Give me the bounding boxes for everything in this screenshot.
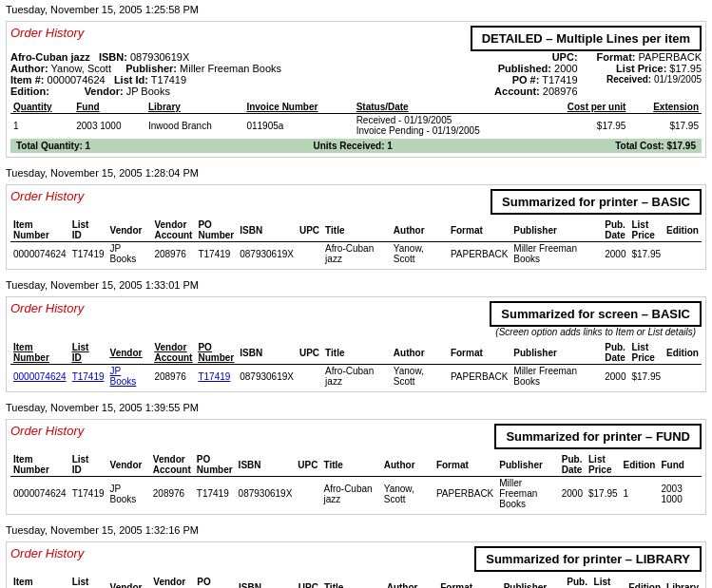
- col-upc: UPC: [297, 218, 322, 242]
- callout-4: Summarized for printer – FUND: [494, 424, 702, 449]
- col-pub-date: Pub.Date: [602, 341, 628, 365]
- col-fund: Fund: [73, 101, 145, 114]
- table-4: ItemNumber ListID Vendor VendorAccount P…: [10, 453, 702, 510]
- callout-2: Summarized for printer – BASIC: [491, 189, 702, 215]
- detail-table-1: Quantity Fund Library Invoice Number Sta…: [10, 101, 702, 137]
- section-2: Tuesday, November 15, 2005 1:28:04 PM Or…: [0, 163, 712, 270]
- order-history-title-2: Order History: [10, 189, 84, 203]
- callout-note-3: (Screen option adds links to Item or Lis…: [490, 327, 702, 337]
- col-vendor-acct: VendorAccount: [150, 453, 194, 477]
- col-status: Status/Date: [354, 101, 538, 114]
- col-invoice: Invoice Number: [243, 101, 353, 114]
- col-vendor-acct: VendorAccount: [151, 341, 195, 365]
- col-vendor: Vendor: [107, 453, 150, 477]
- col-list-id: ListID: [69, 576, 107, 588]
- table-row: 0000074624 T17419 JP Books 208976 T17419…: [10, 477, 702, 511]
- list-id-link[interactable]: T17419: [72, 371, 105, 382]
- col-upc: UPC: [295, 453, 320, 477]
- vendor-link[interactable]: JP Books: [110, 366, 137, 387]
- col-po: PONumber: [195, 218, 237, 242]
- section-1: Tuesday, November 15, 2005 1:25:58 PM Or…: [0, 0, 712, 158]
- col-isbn: ISBN: [237, 218, 297, 242]
- callout-5: Summarized for printer – LIBRARY: [474, 546, 702, 572]
- col-pub-date: Pub.Date: [559, 453, 586, 477]
- col-isbn: ISBN: [236, 453, 296, 477]
- col-upc: UPC: [296, 576, 321, 588]
- col-edition: Edition: [625, 576, 664, 588]
- table-row: 0000074624 T17419 JP Books 208976 T17419…: [10, 242, 702, 266]
- timestamp-4: Tuesday, November 15, 2005 1:39:55 PM: [0, 398, 712, 415]
- col-vendor: Vendor: [107, 341, 152, 365]
- table-2: ItemNumber ListID Vendor VendorAccount P…: [10, 218, 702, 265]
- timestamp-2: Tuesday, November 15, 2005 1:28:04 PM: [0, 163, 712, 180]
- col-extension: Extension: [628, 101, 702, 114]
- section-3: Tuesday, November 15, 2005 1:33:01 PM Or…: [0, 275, 712, 392]
- col-vendor: Vendor: [107, 218, 152, 242]
- col-edition: Edition: [664, 218, 702, 242]
- table-3: ItemNumber ListID Vendor VendorAccount P…: [10, 341, 702, 388]
- col-list-price: ListPrice: [628, 341, 664, 365]
- col-library: Library: [664, 576, 702, 588]
- col-author: Author: [391, 218, 448, 242]
- timestamp-1: Tuesday, November 15, 2005 1:25:58 PM: [0, 0, 712, 17]
- callout-3: Summarized for screen – BASIC: [490, 301, 702, 327]
- col-quantity: Quantity: [10, 101, 73, 114]
- col-vendor: Vendor: [107, 576, 151, 588]
- col-title: Title: [322, 341, 391, 365]
- col-author: Author: [391, 341, 448, 365]
- item-link[interactable]: 0000074624: [13, 371, 67, 382]
- col-item-num: ItemNumber: [10, 218, 69, 242]
- total-bar-1: Total Quantity: 1 Units Received: 1 Tota…: [10, 139, 702, 153]
- col-list-price: ListPrice: [586, 453, 621, 477]
- section-5: Tuesday, November 15, 2005 1:32:16 PM Or…: [0, 521, 712, 588]
- col-pub-date: Pub.Date: [564, 576, 590, 588]
- col-format: Format: [437, 576, 500, 588]
- table-row: 0000074624 T17419 JP Books 208976 T17419…: [10, 365, 702, 389]
- col-list-id: ListID: [69, 341, 107, 365]
- total-quantity: Total Quantity: 1: [16, 141, 90, 151]
- col-po: PONumber: [195, 341, 237, 365]
- table-5: ItemNumber ListID Vendor VendorAccount P…: [10, 576, 702, 588]
- col-list-id: ListID: [69, 453, 107, 477]
- isbn-label: ISBN: 087930619X: [99, 51, 189, 63]
- col-list-price: ListPrice: [591, 576, 626, 588]
- section-4: Tuesday, November 15, 2005 1:39:55 PM Or…: [0, 398, 712, 515]
- col-publisher: Publisher: [510, 218, 602, 242]
- total-cost: Total Cost: $17.95: [615, 141, 696, 151]
- col-fund: Fund: [658, 453, 702, 477]
- timestamp-5: Tuesday, November 15, 2005 1:32:16 PM: [0, 521, 712, 538]
- po-link[interactable]: T17419: [198, 371, 230, 382]
- col-format: Format: [448, 341, 510, 365]
- col-author: Author: [381, 453, 433, 477]
- col-po: PONumber: [194, 576, 236, 588]
- detail-block-1: Afro-Cuban jazz ISBN: 087930619X Author:…: [10, 51, 702, 97]
- col-pub-date: Pub.Date: [602, 218, 628, 242]
- col-library: Library: [145, 101, 243, 114]
- author-label: Author:: [10, 63, 48, 74]
- order-history-title-1: Order History: [10, 26, 84, 40]
- col-publisher: Publisher: [501, 576, 565, 588]
- col-item-num: ItemNumber: [10, 576, 69, 588]
- col-po: PONumber: [194, 453, 236, 477]
- col-item-num: ItemNumber: [10, 341, 69, 365]
- order-history-title-5: Order History: [10, 546, 84, 560]
- col-title: Title: [320, 453, 380, 477]
- col-upc: UPC: [297, 341, 322, 365]
- col-author: Author: [384, 576, 438, 588]
- title-label: Afro-Cuban jazz: [10, 51, 90, 63]
- col-isbn: ISBN: [236, 576, 296, 588]
- col-cost: Cost per unit: [537, 101, 628, 114]
- callout-1: DETAILED – Multiple Lines per item: [471, 26, 702, 51]
- order-history-title-4: Order History: [10, 424, 84, 438]
- col-publisher: Publisher: [496, 453, 558, 477]
- units-received: Units Received: 1: [313, 141, 392, 151]
- col-edition: Edition: [621, 453, 659, 477]
- col-title: Title: [322, 218, 391, 242]
- timestamp-3: Tuesday, November 15, 2005 1:33:01 PM: [0, 275, 712, 293]
- table-row: 1 2003 1000 Inwood Branch 011905a Receiv…: [10, 114, 702, 138]
- col-item-num: ItemNumber: [10, 453, 69, 477]
- col-format: Format: [433, 453, 496, 477]
- col-title: Title: [321, 576, 384, 588]
- col-vendor-acct: VendorAccount: [151, 218, 195, 242]
- col-publisher: Publisher: [510, 341, 602, 365]
